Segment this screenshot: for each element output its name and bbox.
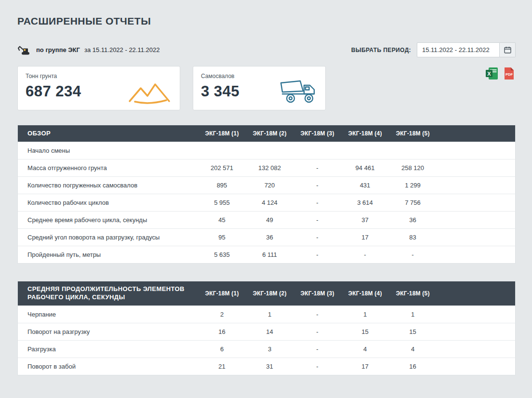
table-row: Пройденный путь, метры5 6356 111--- (18, 246, 515, 263)
cell-value: 16 (389, 363, 437, 370)
table-row: Количество погруженных самосвалов895720-… (18, 176, 515, 194)
cell-value: 17 (341, 234, 389, 241)
period-input[interactable] (417, 42, 500, 57)
cell-value: 7 756 (389, 199, 437, 206)
table-row: Средний угол поворота на разгрузку, град… (18, 228, 515, 246)
column-header: ЭКГ-18М (2) (246, 130, 293, 137)
cell-value: 1 (341, 311, 389, 318)
row-label: Поворот на разгрузку (18, 328, 198, 335)
cell-value: 17 (341, 363, 389, 370)
extended-reports-page: РАСШИРЕННЫЕ ОТЧЕТЫ по группе ЭКГ за 15.1… (0, 0, 532, 375)
cell-value: 431 (341, 182, 389, 189)
cell-value: 36 (246, 234, 293, 241)
table-header-row: СРЕДНЯЯ ПРОДОЛЖИТЕЛЬНОСТЬ ЭЛЕМЕНТОВ РАБО… (18, 281, 515, 305)
stat-label: Тонн грунта (26, 73, 172, 80)
svg-text:PDF: PDF (505, 72, 513, 77)
row-label: Количество рабочих циклов (18, 199, 198, 206)
cell-value: 720 (246, 182, 293, 189)
export-pdf-button[interactable]: PDF (503, 67, 516, 80)
cell-value: 95 (198, 234, 246, 241)
column-header: ЭКГ-18М (3) (293, 130, 341, 137)
cell-value: 4 (389, 345, 437, 353)
calendar-button[interactable] (500, 42, 516, 57)
cell-value: 895 (198, 182, 246, 189)
dump-truck-icon (279, 78, 318, 104)
row-label: Среднее время рабочего цикла, секунды (18, 216, 198, 224)
period-picker-label: ВЫБРАТЬ ПЕРИОД: (351, 47, 411, 53)
cell-value: 94 461 (341, 164, 389, 172)
cell-value: - (293, 164, 341, 172)
cell-value: 31 (246, 363, 293, 370)
table-row: Поворот в забой2131-1716 (18, 358, 515, 375)
cycle-duration-table: СРЕДНЯЯ ПРОДОЛЖИТЕЛЬНОСТЬ ЭЛЕМЕНТОВ РАБО… (17, 281, 516, 375)
cell-value: 1 (389, 311, 437, 318)
cell-value: - (341, 251, 389, 258)
table-row: Начало смены (18, 142, 515, 159)
column-header: ЭКГ-18М (5) (389, 130, 437, 137)
table-row: Масса отгруженного грунта202 571132 082-… (18, 159, 515, 176)
cell-value: 1 (246, 311, 293, 318)
page-title: РАСШИРЕННЫЕ ОТЧЕТЫ (17, 15, 516, 27)
column-header: ЭКГ-18М (1) (198, 290, 246, 297)
table-title: СРЕДНЯЯ ПРОДОЛЖИТЕЛЬНОСТЬ ЭЛЕМЕНТОВ РАБО… (18, 285, 198, 302)
row-label: Средний угол поворота на разгрузку, град… (18, 234, 198, 241)
cell-value: - (293, 328, 341, 335)
table-row: Поворот на разгрузку1614-1515 (18, 323, 515, 340)
cell-value: 202 571 (198, 164, 246, 172)
cell-value: 49 (246, 216, 293, 224)
column-header: ЭКГ-18М (1) (198, 130, 246, 137)
calendar-icon (504, 46, 511, 53)
row-label: Масса отгруженного грунта (18, 164, 198, 172)
column-header: ЭКГ-18М (4) (341, 130, 389, 137)
table-title: ОБЗОР (18, 130, 198, 138)
cell-value: 2 (198, 311, 246, 318)
report-group-bold: по группе ЭКГ (36, 46, 80, 53)
cell-value: 4 124 (246, 199, 293, 206)
cell-value: - (293, 251, 341, 258)
period-field (417, 42, 516, 57)
row-label: Черпание (18, 311, 198, 318)
column-header: ЭКГ-18М (3) (293, 290, 341, 297)
pdf-file-icon: PDF (503, 67, 516, 80)
subhead-row: по группе ЭКГ за 15.11.2022 - 22.11.2022… (17, 42, 516, 57)
row-label: Пройденный путь, метры (18, 251, 198, 258)
row-label: Начало смены (18, 147, 198, 154)
mountain-icon (127, 80, 172, 104)
cell-value: - (293, 363, 341, 370)
cell-value: 6 111 (246, 251, 293, 258)
cell-value: 5 635 (198, 251, 246, 258)
column-header: ЭКГ-18М (2) (246, 290, 293, 297)
cell-value: 258 120 (389, 164, 437, 172)
export-xls-button[interactable]: X (485, 67, 498, 80)
cell-value: 1 299 (389, 182, 437, 189)
row-label: Разгрузка (18, 345, 198, 353)
cell-value: 83 (389, 234, 437, 241)
cell-value: 15 (389, 328, 437, 335)
svg-text:X: X (487, 71, 491, 77)
cell-value: - (293, 311, 341, 318)
report-period-label: за 15.11.2022 - 22.11.2022 (84, 46, 160, 53)
export-buttons: X PDF (485, 67, 516, 80)
cell-value: 21 (198, 363, 246, 370)
row-label: Количество погруженных самосвалов (18, 182, 198, 189)
cell-value: 3 614 (341, 199, 389, 206)
cell-value: 6 (198, 345, 246, 353)
cell-value: - (293, 199, 341, 206)
period-picker: ВЫБРАТЬ ПЕРИОД: (351, 42, 516, 57)
table-row: Среднее время рабочего цикла, секунды454… (18, 211, 515, 228)
cell-value: 36 (389, 216, 437, 224)
stat-card-tons: Тонн грунта 687 234 (17, 66, 180, 110)
report-group-label: по группе ЭКГ (36, 46, 80, 53)
cell-value: - (293, 345, 341, 353)
cell-value: - (293, 182, 341, 189)
cell-value: 5 955 (198, 199, 246, 206)
column-header: ЭКГ-18М (5) (389, 290, 437, 297)
row-label: Поворот в забой (18, 363, 198, 370)
cell-value: 37 (341, 216, 389, 224)
cell-value: 45 (198, 216, 246, 224)
cell-value: 132 082 (246, 164, 293, 172)
excavator-icon (17, 45, 32, 55)
stat-cards-row: Тонн грунта 687 234 Самосвалов 3 345 (17, 66, 516, 110)
table-row: Количество рабочих циклов5 9554 124-3 61… (18, 194, 515, 211)
cell-value: - (293, 234, 341, 241)
